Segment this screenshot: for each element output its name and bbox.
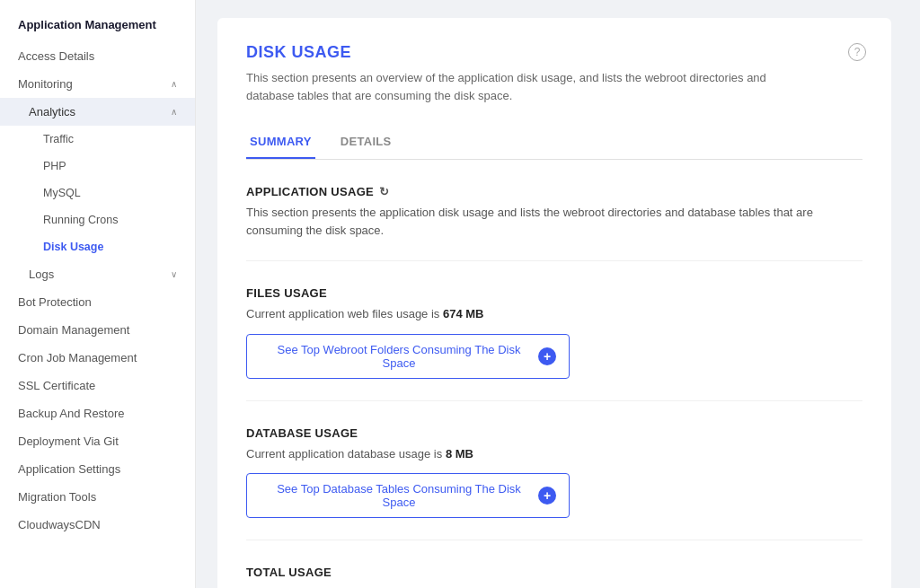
sidebar-item-cloudwayscdn[interactable]: CloudwaysCDN	[0, 511, 195, 539]
sidebar-item-label: Monitoring	[18, 77, 73, 91]
sidebar-item-label: CloudwaysCDN	[18, 518, 101, 531]
sidebar-item-label: Cron Job Management	[18, 351, 137, 364]
sidebar-item-label: Domain Management	[18, 323, 129, 337]
chevron-down-icon: ∨	[171, 269, 177, 279]
database-usage-title: DATABASE USAGE	[246, 426, 862, 440]
divider-3	[246, 540, 862, 540]
sidebar-item-monitoring[interactable]: Monitoring ∧	[0, 70, 195, 98]
sidebar-item-domain-management[interactable]: Domain Management	[0, 316, 195, 344]
files-usage-value: 674 MB	[443, 307, 484, 320]
sidebar-item-label: Access Details	[18, 49, 94, 63]
sidebar-item-deployment-via-git[interactable]: Deployment Via Git	[0, 427, 195, 455]
application-usage-title: APPLICATION USAGE ↻	[246, 185, 862, 198]
application-usage-section: APPLICATION USAGE ↻ This section present…	[246, 185, 862, 239]
files-usage-section: FILES USAGE Current application web file…	[246, 286, 862, 379]
sidebar-item-label: Analytics	[29, 105, 75, 118]
sidebar-item-label: Running Crons	[43, 214, 118, 226]
files-usage-title: FILES USAGE	[246, 286, 862, 300]
divider-2	[246, 400, 862, 401]
sidebar-item-label: Logs	[29, 268, 54, 281]
plus-icon-db: +	[538, 487, 556, 505]
sidebar-item-traffic[interactable]: Traffic	[0, 126, 195, 153]
total-usage-title: TOTAL USAGE	[246, 566, 862, 579]
help-icon[interactable]: ?	[848, 43, 866, 61]
sidebar-item-running-crons[interactable]: Running Crons	[0, 206, 195, 233]
sidebar-item-access-details[interactable]: Access Details	[0, 42, 195, 70]
total-usage-section: TOTAL USAGE Current total application us…	[246, 566, 862, 588]
main-content: ? DISK USAGE This section presents an ov…	[196, 0, 920, 588]
sidebar-item-mysql[interactable]: MySQL	[0, 180, 195, 206]
sidebar-item-label: SSL Certificate	[18, 379, 95, 392]
sidebar-item-analytics[interactable]: Analytics ∧	[0, 98, 195, 126]
sidebar-item-disk-usage[interactable]: Disk Usage	[0, 233, 195, 260]
files-usage-description: Current application web files usage is 6…	[246, 305, 862, 323]
database-usage-value: 8 MB	[446, 447, 473, 461]
tabs-bar: SUMMARY DETAILS	[246, 126, 862, 160]
database-tables-button[interactable]: See Top Database Tables Consuming The Di…	[246, 473, 570, 518]
tab-summary[interactable]: SUMMARY	[246, 126, 315, 159]
chevron-up-icon: ∧	[171, 107, 177, 117]
total-usage-description: Current total application usage is 682 M…	[246, 584, 862, 588]
sidebar-item-label: Deployment Via Git	[18, 434, 119, 448]
sidebar-item-logs[interactable]: Logs ∨	[0, 260, 195, 288]
sidebar-item-backup-and-restore[interactable]: Backup And Restore	[0, 399, 195, 427]
sidebar-item-application-settings[interactable]: Application Settings	[0, 455, 195, 483]
tab-details[interactable]: DETAILS	[337, 126, 395, 159]
sidebar-item-label: Backup And Restore	[18, 407, 125, 420]
sidebar-item-label: Bot Protection	[18, 295, 92, 309]
sidebar-item-php[interactable]: PHP	[0, 153, 195, 180]
page-description: This section presents an overview of the…	[246, 69, 803, 104]
application-usage-description: This section presents the application di…	[246, 204, 862, 239]
webroot-folders-button-label: See Top Webroot Folders Consuming The Di…	[260, 343, 538, 370]
sidebar-item-ssl-certificate[interactable]: SSL Certificate	[0, 372, 195, 399]
database-usage-section: DATABASE USAGE Current application datab…	[246, 426, 862, 519]
webroot-folders-button[interactable]: See Top Webroot Folders Consuming The Di…	[246, 334, 570, 379]
sidebar-item-label: Traffic	[43, 133, 74, 145]
sidebar-title: Application Management	[0, 14, 195, 42]
content-card: ? DISK USAGE This section presents an ov…	[217, 18, 891, 588]
sidebar-item-bot-protection[interactable]: Bot Protection	[0, 288, 195, 316]
sidebar-item-label: PHP	[43, 160, 66, 172]
sidebar-item-label: Application Settings	[18, 462, 120, 476]
refresh-icon[interactable]: ↻	[379, 185, 389, 198]
page-title: DISK USAGE	[246, 43, 862, 62]
sidebar-item-label: MySQL	[43, 187, 81, 199]
sidebar-item-migration-tools[interactable]: Migration Tools	[0, 483, 195, 511]
database-usage-description: Current application database usage is 8 …	[246, 445, 862, 463]
sidebar: Application Management Access Details Mo…	[0, 0, 196, 588]
sidebar-item-cron-job-management[interactable]: Cron Job Management	[0, 344, 195, 372]
sidebar-item-label: Disk Usage	[43, 241, 103, 253]
database-tables-button-label: See Top Database Tables Consuming The Di…	[260, 482, 538, 509]
plus-icon: +	[538, 347, 556, 365]
divider-1	[246, 260, 862, 261]
chevron-up-icon: ∧	[171, 79, 177, 89]
sidebar-item-label: Migration Tools	[18, 490, 96, 504]
